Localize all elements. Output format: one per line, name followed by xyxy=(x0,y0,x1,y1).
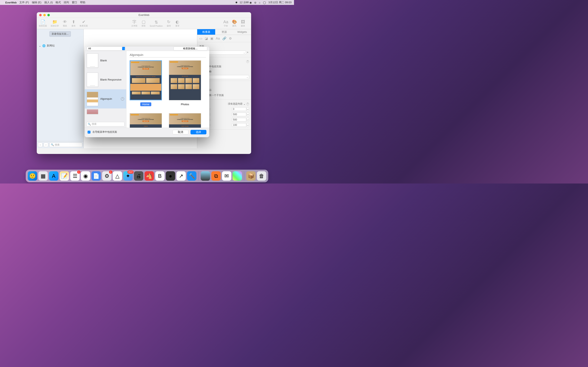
preview-label-photos: Photos xyxy=(179,102,191,106)
template-filter-dropdown[interactable]: All ⌃⌄ xyxy=(87,47,126,50)
preview-label-home: Home xyxy=(140,102,151,106)
template-thumb xyxy=(87,73,98,87)
dock-icon-shortcuts[interactable]: ✦2537 xyxy=(123,171,133,181)
downloading-icon xyxy=(121,97,124,100)
dock-icon-term[interactable]: ● xyxy=(166,171,175,181)
badge: 1 xyxy=(109,170,112,174)
dock-icon-notes[interactable]: 📝 xyxy=(60,171,69,181)
template-preview-area: Algonquin LOREM IPSUM DOLORCONSEQUAT VEN… xyxy=(126,51,209,128)
preview-videos[interactable]: LOREM IPSUM DOLORCONSEQUAT VENIAM NOSTRU… xyxy=(130,113,162,128)
include-nav-checkbox-label: 在导航菜单中包括页面 xyxy=(93,130,117,134)
preview-shop[interactable]: LOREM IPSUM DOLORCONSEQUAT VENIAM NOSTRU… xyxy=(169,113,201,128)
dock-icon-capture[interactable]: ⧉ xyxy=(211,171,221,181)
preview-home[interactable]: LOREM IPSUM DOLORCONSEQUAT VENIAM NOSTRU… xyxy=(130,60,162,100)
template-item-blank-responsive[interactable]: Blank Responsive xyxy=(85,70,126,89)
template-thumb xyxy=(87,53,98,68)
dock-separator xyxy=(244,171,244,180)
dock-icon-onenote[interactable]: 🐴 xyxy=(145,171,154,181)
preview-photos[interactable]: LOREM IPSUM DOLORCONSEQUAT VENIAM NOSTRU… xyxy=(169,60,201,100)
select-button[interactable]: 选择 xyxy=(190,130,207,134)
dock: 🙂▦A📝☰1◉📄⚙1△✦2537🖨🐴B●↗🔨⧉✉📦🗑 xyxy=(26,170,268,182)
template-thumb xyxy=(87,109,98,114)
template-thumb xyxy=(87,92,98,106)
dock-separator xyxy=(199,171,199,180)
badge: 2537 xyxy=(127,170,134,174)
badge: 1 xyxy=(77,170,80,174)
template-item-algonquin[interactable]: Algonquin xyxy=(85,89,126,108)
template-picker-modal: All ⌃⌄ 检查新模板... Blank Blank Responsive xyxy=(85,47,209,137)
dock-icon-docs[interactable]: 📄 xyxy=(91,171,101,181)
dock-icon-photo[interactable] xyxy=(201,171,210,181)
template-label: Blank Responsive xyxy=(100,78,124,81)
filter-value: All xyxy=(88,47,91,50)
dock-icon-launchpad[interactable]: ▦ xyxy=(38,171,48,181)
template-item-blank[interactable]: Blank xyxy=(85,51,126,70)
dock-icon-reminders[interactable]: ☰1 xyxy=(70,171,80,181)
template-item-partial[interactable] xyxy=(85,108,126,116)
dock-icon-bold[interactable]: B xyxy=(155,171,164,181)
template-search-input[interactable]: 🔍搜索 xyxy=(86,122,125,126)
cancel-button[interactable]: 取消 xyxy=(173,130,189,134)
dropdown-caret-icon: ⌃⌄ xyxy=(122,47,125,50)
dock-icon-trash[interactable]: 🗑 xyxy=(257,171,266,181)
dock-icon-package[interactable]: 📦 xyxy=(246,171,256,181)
dock-icon-color[interactable] xyxy=(233,171,242,181)
include-nav-checkbox[interactable]: ✓ xyxy=(87,131,90,133)
check-new-templates-button[interactable]: 检查新模板... xyxy=(173,47,207,50)
template-label: Blank xyxy=(100,59,124,62)
preview-title: Algonquin xyxy=(130,53,206,57)
dock-icon-appstore[interactable]: A xyxy=(49,171,58,181)
dock-icon-settings[interactable]: ⚙1 xyxy=(102,171,112,181)
dock-icon-finder[interactable]: 🙂 xyxy=(28,171,37,181)
dock-icon-xcode[interactable]: 🔨 xyxy=(187,171,196,181)
dock-icon-chrome[interactable]: ◉ xyxy=(81,171,90,181)
dock-icon-print[interactable]: 🖨 xyxy=(134,171,143,181)
template-label: Algonquin xyxy=(100,97,119,100)
dock-icon-link[interactable]: ↗ xyxy=(176,171,186,181)
template-modal-overlay: All ⌃⌄ 检查新模板... Blank Blank Responsive xyxy=(0,0,294,184)
dock-icon-cloud[interactable]: △ xyxy=(113,171,122,181)
search-icon: 🔍 xyxy=(88,123,91,125)
dock-icon-mail[interactable]: ✉ xyxy=(222,171,231,181)
template-list: Blank Blank Responsive Algonquin xyxy=(85,51,126,128)
